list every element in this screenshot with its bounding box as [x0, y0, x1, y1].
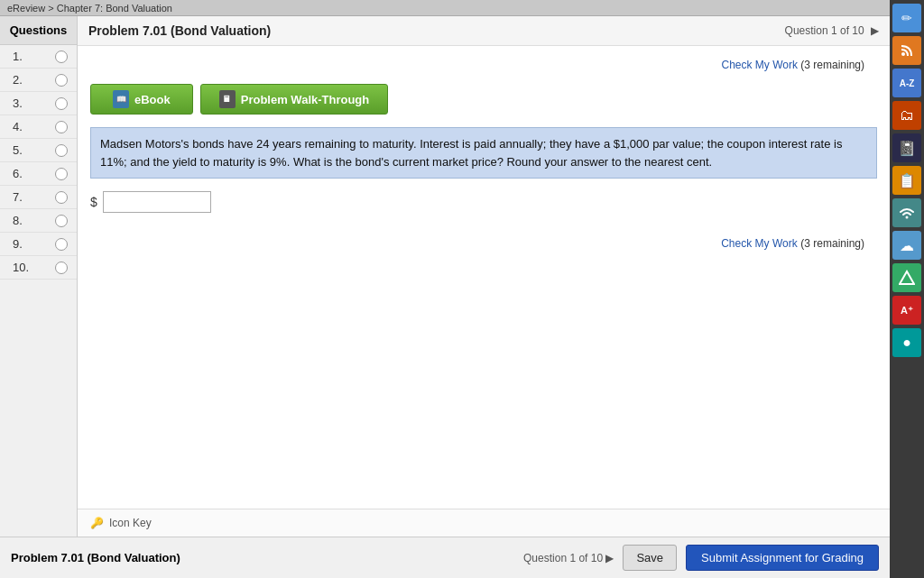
a-plus-icon[interactable]: A⁺: [892, 296, 921, 325]
remaining-text-bottom: (3 remaining): [800, 237, 864, 250]
question-item-1[interactable]: 1.: [0, 45, 77, 69]
check-my-work-link-bottom[interactable]: Check My Work: [721, 237, 797, 250]
footer-question-counter: Question 1 of 10 ▶: [523, 552, 614, 564]
icon-key-label: Icon Key: [109, 517, 152, 529]
check-work-bar-bottom: Check My Work (3 remaining): [90, 231, 877, 255]
next-arrow-top[interactable]: ▶: [871, 24, 879, 37]
cloud-icon[interactable]: ☁: [892, 231, 921, 260]
question-circle-8: [55, 215, 68, 227]
question-circle-10: [55, 261, 68, 274]
calculator-icon: 🖩: [219, 90, 236, 108]
question-circle-9: [55, 238, 68, 251]
az-icon[interactable]: A-Z: [892, 69, 921, 97]
question-circle-5: [55, 144, 68, 157]
submit-button[interactable]: Submit Assignment for Grading: [686, 545, 879, 571]
drive-icon[interactable]: [892, 263, 921, 292]
problem-title: Problem 7.01 (Bond Valuation): [88, 23, 271, 38]
question-circle-2: [55, 74, 68, 87]
question-circle-3: [55, 97, 68, 110]
breadcrumb: eReview > Chapter 7: Bond Valuation: [0, 0, 890, 16]
question-item-4[interactable]: 4.: [0, 115, 77, 139]
resource-buttons: 📖 eBook 🖩 Problem Walk-Through: [90, 84, 877, 115]
answer-input[interactable]: [103, 191, 211, 213]
ebook-button[interactable]: 📖 eBook: [90, 84, 193, 115]
question-circle-4: [55, 121, 68, 133]
dollar-sign: $: [90, 195, 97, 209]
problem-header: Problem 7.01 (Bond Valuation) Question 1…: [78, 16, 890, 46]
right-sidebar: ✏ A-Z 🗂 📓 📋 ☁ A⁺ ●: [890, 0, 924, 578]
question-item-7[interactable]: 7.: [0, 186, 77, 209]
question-item-9[interactable]: 9.: [0, 233, 77, 256]
office-icon[interactable]: 🗂: [892, 101, 921, 130]
question-item-3[interactable]: 3.: [0, 92, 77, 115]
footer-problem-title: Problem 7.01 (Bond Valuation): [11, 551, 180, 564]
question-circle-1: [55, 50, 68, 63]
question-item-2[interactable]: 2.: [0, 69, 77, 92]
notebook-icon[interactable]: 📓: [892, 133, 921, 162]
check-my-work-link-top[interactable]: Check My Work: [721, 59, 797, 71]
question-item-8[interactable]: 8.: [0, 209, 77, 233]
circle-green-icon[interactable]: ●: [892, 328, 921, 357]
pencil-icon[interactable]: ✏: [892, 4, 921, 32]
question-circle-7: [55, 191, 68, 204]
save-button[interactable]: Save: [623, 545, 677, 571]
bottom-footer: Problem 7.01 (Bond Valuation) Question 1…: [0, 537, 890, 578]
problem-area: Problem 7.01 (Bond Valuation) Question 1…: [78, 16, 890, 537]
question-circle-6: [55, 168, 68, 180]
question-list: 1. 2. 3. 4. 5.: [0, 45, 77, 280]
wifi-icon[interactable]: [892, 198, 921, 227]
footer-right: Question 1 of 10 ▶ Save Submit Assignmen…: [523, 545, 879, 571]
problem-content: Check My Work (3 remaining) 📖 eBook 🖩 Pr…: [78, 46, 890, 509]
question-item-6[interactable]: 6.: [0, 162, 77, 186]
check-work-bar-top: Check My Work (3 remaining): [90, 55, 877, 75]
question-panel: Questions 1. 2. 3. 4.: [0, 16, 78, 537]
questions-header: Questions: [0, 16, 77, 45]
book-icon: 📖: [113, 90, 129, 108]
next-arrow-bottom[interactable]: ▶: [605, 552, 614, 564]
icon-key-bar: 🔑 Icon Key: [78, 509, 890, 537]
question-counter-top: Question 1 of 10 ▶: [785, 24, 879, 37]
svg-point-0: [901, 52, 905, 56]
remaining-text-top: (3 remaining): [800, 59, 864, 71]
problem-text: Madsen Motors's bonds have 24 years rema…: [90, 127, 877, 179]
rss-icon[interactable]: [892, 36, 921, 65]
walkthrough-button[interactable]: 🖩 Problem Walk-Through: [200, 84, 389, 115]
question-item-10[interactable]: 10.: [0, 256, 77, 280]
svg-marker-1: [900, 271, 914, 284]
answer-row: $: [90, 191, 877, 213]
key-icon: 🔑: [90, 517, 104, 529]
sticky-note-icon[interactable]: 📋: [892, 166, 921, 195]
question-item-5[interactable]: 5.: [0, 139, 77, 162]
